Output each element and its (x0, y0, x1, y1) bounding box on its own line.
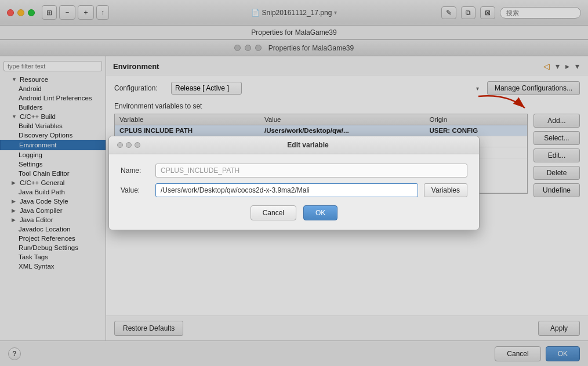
dialog-title-text: Edit variable (145, 141, 471, 149)
name-label: Name: (121, 166, 150, 175)
dialog-buttons: Cancel OK (109, 205, 479, 220)
dialog-overlay: Edit variable Name: Value: Variables Can… (0, 0, 588, 366)
dialog-min[interactable] (126, 142, 132, 148)
dialog-body: Name: Value: Variables (109, 154, 479, 197)
dialog-ok-btn[interactable]: OK (303, 205, 337, 220)
dialog-close[interactable] (117, 142, 123, 148)
edit-variable-dialog: Edit variable Name: Value: Variables Can… (108, 136, 480, 230)
value-input[interactable] (155, 183, 418, 197)
dialog-traffic-lights (117, 142, 140, 148)
dialog-max[interactable] (135, 142, 140, 148)
name-input[interactable] (155, 164, 467, 177)
dialog-title-bar: Edit variable (109, 136, 479, 154)
dialog-cancel-btn[interactable]: Cancel (251, 205, 296, 220)
dialog-value-field: Value: Variables (121, 183, 467, 197)
value-label: Value: (121, 186, 150, 194)
variables-btn[interactable]: Variables (424, 183, 467, 197)
dialog-name-field: Name: (121, 164, 467, 177)
